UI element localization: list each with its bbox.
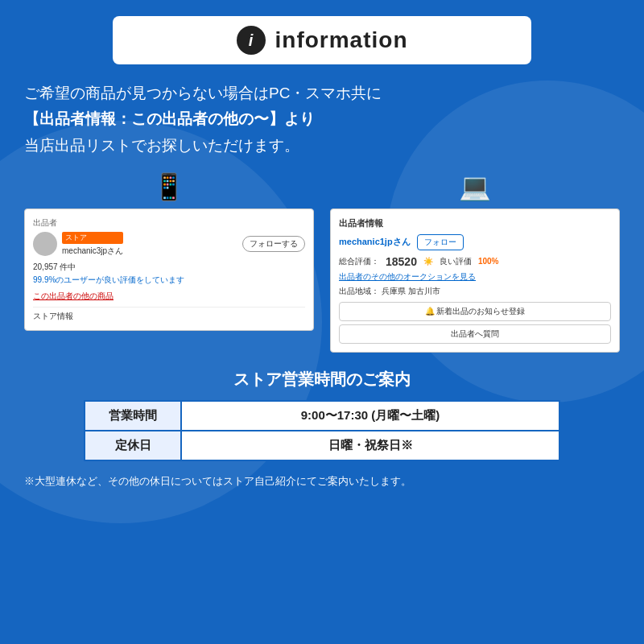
hours-row-2: 定休日 日曜・祝祭日※ <box>85 431 559 460</box>
hours-row2-label: 定休日 <box>85 431 181 460</box>
hours-row1-value-text: 9:00〜17:30 (月曜〜土曜) <box>301 408 440 422</box>
store-info-label: ストア情報 <box>33 307 305 322</box>
right-seller-row: mechanic1jpさん フォロー <box>339 234 611 250</box>
right-seller-name: mechanic1jpさん <box>339 236 411 248</box>
smartphone-col: 📱 出品者 ストア mechanic3jpさん フォローする 20,957 件中… <box>24 171 314 331</box>
right-panel: 出品者情報 mechanic1jpさん フォロー 総合評価： 18520 ☀️ … <box>330 208 620 353</box>
hours-row2-value: 日曜・祝祭日※ <box>181 431 559 460</box>
other-items-link[interactable]: この出品者の他の商品 <box>33 291 305 302</box>
location-value: 兵庫県 加古川市 <box>382 287 440 295</box>
pc-icon: 💻 <box>459 171 491 202</box>
hours-row1-label: 営業時間 <box>85 401 181 431</box>
left-seller-details: ストア mechanic3jpさん <box>62 232 123 257</box>
left-seller-info: ストア mechanic3jpさん <box>33 232 123 257</box>
location-text: 出品地域： 兵庫県 加古川市 <box>339 286 611 297</box>
info-title: information <box>275 27 408 53</box>
main-text-line3: 当店出品リストでお探しいただけます。 <box>24 137 299 154</box>
hours-title: ストア営業時間のご案内 <box>24 369 620 390</box>
hours-table: 営業時間 9:00〜17:30 (月曜〜土曜) 定休日 日曜・祝祭日※ <box>84 400 560 461</box>
main-text-line2: 【出品者情報：この出品者の他の〜】より <box>24 110 315 127</box>
hours-row1-value: 9:00〜17:30 (月曜〜土曜) <box>181 401 559 431</box>
sun-icon: ☀️ <box>423 257 433 266</box>
good-label: 良い評価 <box>440 256 472 267</box>
rating-label: 総合評価： <box>339 256 379 267</box>
left-panel: 出品者 ストア mechanic3jpさん フォローする 20,957 件中 9… <box>24 208 314 331</box>
left-panel-label: 出品者 <box>33 217 305 229</box>
location-label: 出品地域： <box>339 287 379 295</box>
pc-col: 💻 出品者情報 mechanic1jpさん フォロー 総合評価： 18520 ☀… <box>330 171 620 353</box>
main-text-line1: ご希望の商品が見つからない場合はPC・スマホ共に <box>24 85 382 101</box>
left-seller-name: mechanic3jpさん <box>62 246 123 257</box>
rating-num: 18520 <box>386 255 417 268</box>
notify-btn[interactable]: 🔔 新着出品のお知らせ登録 <box>339 302 611 321</box>
main-container: i information ご希望の商品が見つからない場合はPC・スマホ共に 【… <box>0 0 644 505</box>
right-follow-btn[interactable]: フォロー <box>417 234 464 250</box>
good-percent: 100% <box>478 257 499 266</box>
right-panel-title: 出品者情報 <box>339 217 611 229</box>
screenshots-row: 📱 出品者 ストア mechanic3jpさん フォローする 20,957 件中… <box>24 171 620 353</box>
info-header: i information <box>113 16 531 64</box>
review-percent: 99.9%のユーザーが良い評価をしています <box>33 275 305 286</box>
rating-row: 総合評価： 18520 ☀️ 良い評価 100% <box>339 255 611 268</box>
review-count: 20,957 件中 <box>33 262 305 273</box>
info-icon: i <box>237 26 266 55</box>
left-follow-btn[interactable]: フォローする <box>242 236 305 252</box>
question-btn[interactable]: 出品者へ質問 <box>339 324 611 344</box>
store-badge: ストア <box>62 232 123 244</box>
footer-note: ※大型連休など、その他の休日についてはストア自己紹介にてご案内いたします。 <box>24 474 620 489</box>
auction-link[interactable]: 出品者のその他のオークションを見る <box>339 271 611 283</box>
hours-row2-value-text: 日曜・祝祭日※ <box>328 438 413 452</box>
seller-avatar <box>33 232 57 256</box>
hours-section: ストア営業時間のご案内 営業時間 9:00〜17:30 (月曜〜土曜) 定休日 … <box>24 369 620 461</box>
hours-row-1: 営業時間 9:00〜17:30 (月曜〜土曜) <box>85 401 559 431</box>
main-text-block: ご希望の商品が見つからない場合はPC・スマホ共に 【出品者情報：この出品者の他の… <box>24 80 620 159</box>
smartphone-icon: 📱 <box>153 171 185 202</box>
left-seller-row: ストア mechanic3jpさん フォローする <box>33 232 305 257</box>
